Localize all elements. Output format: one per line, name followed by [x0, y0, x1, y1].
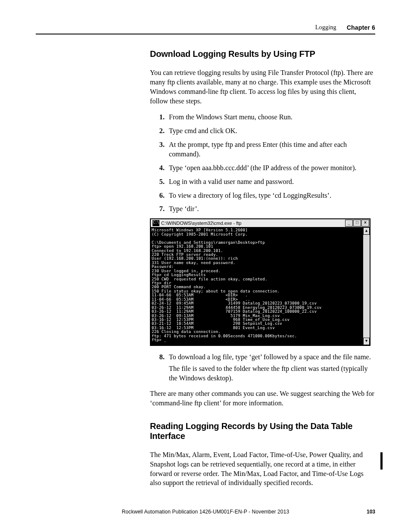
- scroll-down-button[interactable]: ▼: [363, 338, 370, 345]
- step-item: To download a log file, type ‘get’ follo…: [167, 353, 375, 384]
- minimize-button[interactable]: _: [345, 220, 353, 227]
- step-item: To view a directory of log files, type ‘…: [167, 191, 375, 201]
- step8-note: The file is saved to the folder where th…: [169, 364, 375, 383]
- cmd-window: C:\WINDOWS\system32\cmd.exe - ftp _ □ × …: [150, 218, 371, 345]
- step-item: Type ‘dir’.: [167, 205, 375, 214]
- header-topic: Logging: [315, 24, 336, 31]
- section-title-datatable: Reading Logging Records by Using the Dat…: [150, 421, 375, 441]
- close-button[interactable]: ×: [361, 220, 369, 227]
- section1-outro: There are many other commands you can us…: [150, 389, 375, 408]
- steps-list-b: To download a log file, type ‘get’ follo…: [167, 353, 375, 384]
- cmd-output: Microsoft Windows XP [Version 5.1.2600] …: [151, 227, 370, 345]
- cmd-title: C:\WINDOWS\system32\cmd.exe - ftp: [161, 221, 241, 226]
- section2-body: The Min/Max, Alarm, Event, Load Factor, …: [150, 451, 375, 488]
- steps-list-a: From the Windows Start menu, choose Run.…: [167, 113, 375, 214]
- maximize-button[interactable]: □: [353, 220, 361, 227]
- step-item: Log in with a valid user name and passwo…: [167, 177, 375, 187]
- step-item: From the Windows Start menu, choose Run.: [167, 113, 375, 122]
- page-footer: Rockwell Automation Publication 1426-UM0…: [36, 509, 375, 515]
- cmd-app-icon: [153, 220, 159, 226]
- cmd-scrollbar[interactable]: ▲ ▼: [363, 227, 370, 345]
- window-controls: _ □ ×: [345, 220, 370, 227]
- step8-text: To download a log file, type ‘get’ follo…: [169, 353, 371, 361]
- page-number: 103: [367, 509, 375, 515]
- running-header: Logging Chapter 6: [36, 24, 375, 34]
- section1-intro: You can retrieve tlogging results by usi…: [150, 68, 375, 106]
- cmd-titlebar: C:\WINDOWS\system32\cmd.exe - ftp _ □ ×: [151, 219, 370, 227]
- step-item: At the prompt, type ftp and press Enter …: [167, 140, 375, 159]
- header-chapter: Chapter 6: [347, 24, 375, 31]
- scroll-up-button[interactable]: ▲: [363, 227, 370, 235]
- publication-id: Rockwell Automation Publication 1426-UM0…: [122, 509, 289, 515]
- section-title-ftp: Download Logging Results by Using FTP: [150, 49, 375, 59]
- step-item: Type ‘open aaa.bbb.ccc.ddd’ (the IP addr…: [167, 164, 375, 173]
- step-item: Type cmd and click OK.: [167, 127, 375, 136]
